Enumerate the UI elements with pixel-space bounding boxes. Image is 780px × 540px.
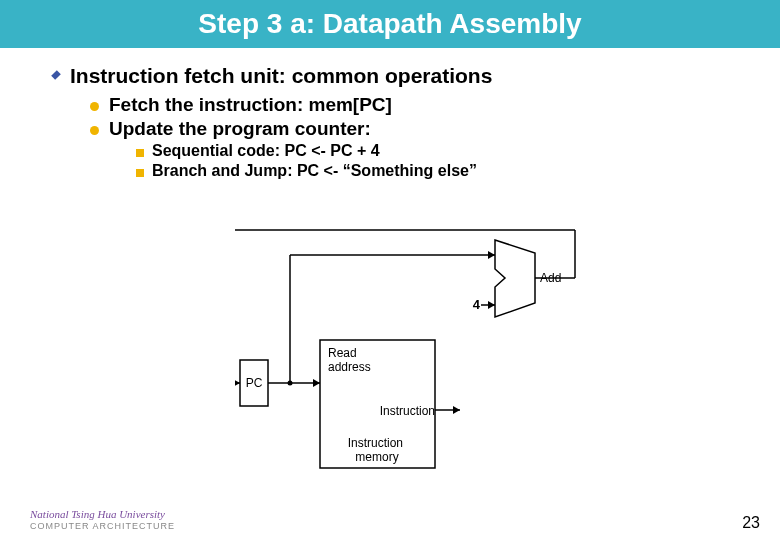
university-name: National Tsing Hua University bbox=[30, 508, 175, 521]
department-name: COMPUTER ARCHITECTURE bbox=[30, 521, 175, 532]
constant-four: 4 bbox=[473, 297, 481, 312]
page-number: 23 bbox=[742, 514, 760, 532]
slide-title: Step 3 a: Datapath Assembly bbox=[198, 8, 581, 40]
svg-marker-5 bbox=[313, 379, 320, 387]
instruction-memory-label: Instruction memory bbox=[348, 436, 407, 464]
circle-bullet-icon bbox=[90, 126, 99, 135]
bullet-level3: Sequential code: PC <- PC + 4 bbox=[136, 142, 740, 160]
content-area: Instruction fetch unit: common operation… bbox=[0, 48, 780, 180]
bullet-level2-text: Update the program counter: bbox=[109, 118, 371, 140]
title-bar: Step 3 a: Datapath Assembly bbox=[0, 0, 780, 48]
bullet-level3-text: Sequential code: PC <- PC + 4 bbox=[152, 142, 380, 160]
bullet-level3: Branch and Jump: PC <- “Something else” bbox=[136, 162, 740, 180]
footer: National Tsing Hua University COMPUTER A… bbox=[0, 508, 780, 532]
footer-branding: National Tsing Hua University COMPUTER A… bbox=[30, 508, 175, 532]
bullet-level1-text: Instruction fetch unit: common operation… bbox=[70, 64, 492, 88]
bullet-level1: Instruction fetch unit: common operation… bbox=[50, 64, 740, 88]
circle-bullet-icon bbox=[90, 102, 99, 111]
svg-marker-18 bbox=[453, 406, 460, 414]
bullet-level3-text: Branch and Jump: PC <- “Something else” bbox=[152, 162, 477, 180]
svg-marker-10 bbox=[488, 301, 495, 309]
bullet-level2: Update the program counter: bbox=[90, 118, 740, 140]
pc-label: PC bbox=[246, 376, 263, 390]
bullet-level2-text: Fetch the instruction: mem[PC] bbox=[109, 94, 392, 116]
svg-marker-8 bbox=[488, 251, 495, 259]
datapath-diagram: PC Read address Instruction Instruction … bbox=[235, 225, 595, 485]
square-bullet-icon bbox=[136, 149, 144, 157]
diamond-bullet-icon bbox=[50, 69, 60, 83]
instruction-label: Instruction bbox=[380, 404, 435, 418]
square-bullet-icon bbox=[136, 169, 144, 177]
bullet-level2: Fetch the instruction: mem[PC] bbox=[90, 94, 740, 116]
